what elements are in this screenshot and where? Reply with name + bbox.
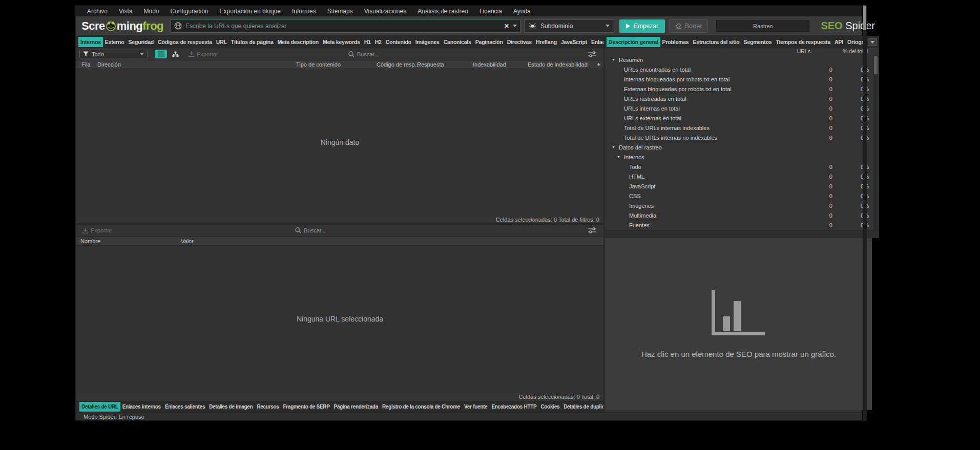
tab[interactable]: Meta keywords	[321, 37, 362, 47]
tab[interactable]: Meta description	[276, 37, 321, 47]
expand-arrow-icon[interactable]: ▼	[617, 155, 624, 159]
tab[interactable]: Ver fuente	[462, 402, 489, 412]
menu-item[interactable]: Licencia	[474, 8, 508, 15]
tab[interactable]: Cookies	[538, 402, 561, 412]
tab[interactable]: Títulos de página	[229, 37, 276, 47]
tab[interactable]: Registro de la consola de Chrome	[380, 402, 462, 412]
url-input[interactable]	[185, 23, 501, 30]
tab[interactable]: Segmentos	[742, 37, 774, 47]
tab[interactable]: Contenido	[384, 37, 413, 47]
menu-item[interactable]: Sitemaps	[322, 8, 359, 15]
column-header[interactable]: Indexabilidad	[473, 61, 506, 68]
menu-item[interactable]: Ayuda	[508, 8, 536, 15]
tab[interactable]: Problemas	[660, 37, 691, 47]
menu-item[interactable]: Exportación en bloque	[214, 8, 286, 15]
tab[interactable]: API	[832, 37, 845, 47]
tab[interactable]: Canonicals	[442, 37, 473, 47]
list-view-button[interactable]	[155, 50, 167, 58]
overview-row[interactable]: ▼ Fuentes 0 0%	[604, 220, 879, 230]
start-button[interactable]: Empezar	[619, 19, 665, 33]
overview-row[interactable]: ▼ Datos del rastreo	[604, 142, 879, 152]
tab[interactable]: Descripción general	[607, 37, 660, 47]
column-header[interactable]: Código de resp...	[377, 61, 420, 68]
expand-arrow-icon[interactable]: ▼	[612, 145, 619, 149]
column-header[interactable]: Fila	[81, 61, 91, 68]
window-scrollbar-thumb[interactable]	[863, 6, 866, 30]
overview-row[interactable]: ▼ URLs externas en total 0 0%	[604, 113, 879, 123]
column-header[interactable]: Estado de indexabilidad	[528, 61, 588, 68]
tab[interactable]: Enlaces internos	[120, 402, 163, 412]
tab[interactable]: Detalles de imagen	[207, 402, 255, 412]
details-column-settings-icon[interactable]	[588, 227, 596, 233]
overview-row[interactable]: ▼ Internos	[604, 152, 879, 162]
url-history-caret-icon[interactable]	[513, 25, 517, 27]
more-overview-tabs-button[interactable]	[868, 38, 877, 46]
tab[interactable]: Paginación	[473, 37, 505, 47]
overview-row[interactable]: ▼ URLs rastreadas en total 0 0%	[604, 94, 879, 103]
tab[interactable]: Recursos	[255, 402, 281, 412]
tab[interactable]: Externo	[103, 37, 127, 47]
tab[interactable]: Códigos de respuesta	[156, 37, 214, 47]
window-scrollbar[interactable]	[863, 5, 867, 421]
column-header[interactable]: Tipo de contenido	[296, 61, 341, 68]
export-button[interactable]: Exportar	[189, 51, 218, 57]
tab[interactable]: Tiempos de respuesta	[774, 37, 832, 47]
tab[interactable]: Enlaces	[589, 37, 603, 47]
table-search[interactable]: Buscar...	[348, 51, 458, 57]
overview-row[interactable]: ▼ CSS 0 0%	[604, 191, 879, 201]
tab[interactable]: Estructura del sitio	[691, 37, 741, 47]
tab[interactable]: Enlaces salientes	[163, 402, 207, 412]
tab[interactable]: Encabezados HTTP	[489, 402, 538, 412]
tab[interactable]: Hreflang	[534, 37, 559, 47]
details-export-button[interactable]: Exportar	[82, 227, 112, 233]
overview-row[interactable]: ▼ Externas bloqueadas por robots.txt en …	[604, 84, 879, 94]
overview-row[interactable]: ▼ Total de URLs internas indexables 0 0%	[604, 123, 879, 133]
column-settings-icon[interactable]	[588, 51, 596, 57]
expand-arrow-icon[interactable]: ▼	[612, 58, 619, 61]
overview-row[interactable]: ▼ Todo 0 0%	[604, 162, 879, 172]
menu-item[interactable]: Visualizaciones	[359, 8, 412, 15]
menu-item[interactable]: Archivo	[81, 8, 113, 15]
overview-row[interactable]: ▼ Multimedia 0 0%	[604, 210, 879, 220]
overview-row[interactable]: ▼ URLs encontradas en total 0 0%	[604, 65, 879, 74]
export-button-label: Exportar	[197, 51, 218, 57]
overview-scrollbar[interactable]	[873, 55, 878, 230]
column-header[interactable]: Dirección	[97, 61, 121, 68]
overview-row[interactable]: ▼ Total de URLs internas no indexables 0…	[604, 133, 879, 142]
details-search[interactable]: Buscar...	[295, 227, 405, 233]
scrollbar-thumb[interactable]	[874, 56, 878, 74]
column-header[interactable]: Respuesta	[417, 61, 444, 68]
tab[interactable]: Imágenes	[413, 37, 442, 47]
overview-row[interactable]: ▼ Internas bloqueadas por robots.txt en …	[604, 74, 879, 84]
tab[interactable]: Fragmento de SERP	[281, 402, 332, 412]
menu-item[interactable]: Informes	[286, 8, 322, 15]
tab[interactable]: Internos	[78, 37, 103, 47]
overview-row[interactable]: ▼ HTML 0 0%	[604, 172, 879, 181]
overview-row[interactable]: ▼ Resumen	[604, 55, 879, 65]
tab[interactable]: Detalles de URL	[79, 402, 120, 412]
add-column-button[interactable]: +	[597, 61, 600, 68]
tab[interactable]: Detalles de duplic	[561, 402, 603, 412]
menu-item[interactable]: Modo	[138, 8, 164, 15]
column-header[interactable]: Nombre	[80, 238, 100, 244]
crawl-scope-select[interactable]: Subdominio	[524, 19, 614, 33]
tab[interactable]: Directivas	[505, 37, 534, 47]
menu-item[interactable]: Configuración	[165, 8, 214, 15]
tree-view-button[interactable]	[169, 50, 181, 58]
overview-row[interactable]: ▼ JavaScript 0 0%	[604, 181, 879, 191]
tab[interactable]: H1	[362, 37, 373, 47]
clear-button[interactable]: Borrar	[669, 19, 708, 33]
filter-select[interactable]: Todo	[79, 50, 148, 58]
tab[interactable]: URL	[214, 37, 229, 47]
overview-row[interactable]: ▼ URLs internas en total 0 0%	[604, 103, 879, 113]
tab[interactable]: JavaScript	[559, 37, 589, 47]
menu-item[interactable]: Vista	[113, 8, 138, 15]
overview-row[interactable]: ▼ Imágenes 0 0%	[604, 201, 879, 210]
menu-item[interactable]: Análisis de rastreo	[412, 8, 474, 15]
tab[interactable]: Seguridad	[127, 37, 156, 47]
tab[interactable]: Página renderizada	[332, 402, 380, 412]
clear-url-icon[interactable]: ✕	[501, 23, 513, 30]
tab[interactable]: H2	[373, 37, 384, 47]
overview-row-label: URLs externas en total	[624, 115, 681, 121]
column-header[interactable]: Valor	[181, 238, 194, 244]
